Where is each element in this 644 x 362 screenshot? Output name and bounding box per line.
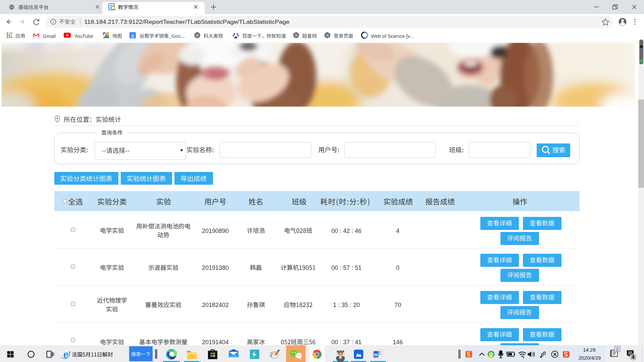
svg-text:4: 4 <box>396 228 399 234</box>
svg-text:00 : 37 : 41: 00 : 37 : 41 <box>331 339 362 346</box>
svg-text:e: e <box>63 348 68 360</box>
svg-text:Web of Science [v...: Web of Science [v... <box>371 34 414 39</box>
svg-text:2020/4/29: 2020/4/29 <box>579 355 601 361</box>
svg-text:20190890: 20190890 <box>202 228 229 234</box>
svg-text:70: 70 <box>394 302 401 308</box>
svg-text:00 : 42 : 46: 00 : 42 : 46 <box>331 228 362 234</box>
svg-text:Gmail: Gmail <box>43 34 56 39</box>
svg-text:20191380: 20191380 <box>202 264 229 271</box>
svg-text:W: W <box>374 352 378 357</box>
svg-text:14:29: 14:29 <box>583 347 596 353</box>
svg-text:0: 0 <box>396 264 399 271</box>
svg-text:20191404: 20191404 <box>202 339 229 346</box>
svg-text:4: 4 <box>632 354 635 360</box>
svg-text:1 : 35 : 20: 1 : 35 : 20 <box>333 302 360 308</box>
svg-text:20182402: 20182402 <box>202 302 229 308</box>
svg-text:118.184.217.73:9122/ReportTeac: 118.184.217.73:9122/ReportTeacher/TLabSt… <box>84 19 289 25</box>
svg-text:2: 2 <box>616 347 619 352</box>
svg-text:146: 146 <box>393 339 403 346</box>
svg-text:00 : 57 : 51: 00 : 57 : 51 <box>331 264 362 271</box>
svg-text:g: g <box>131 32 135 39</box>
svg-text:YouTube: YouTube <box>74 34 93 39</box>
